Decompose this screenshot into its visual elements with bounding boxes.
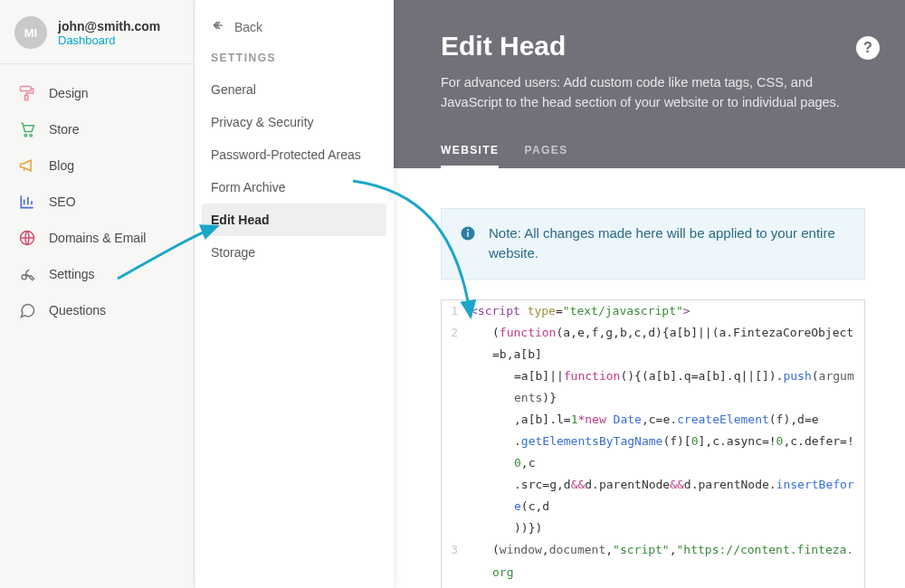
code-line-3: (window,document,"script","https://conte… xyxy=(465,539,864,588)
megaphone-icon xyxy=(18,156,36,175)
wrench-icon xyxy=(18,265,36,283)
nav-label: Store xyxy=(49,122,79,137)
settings-item-privacy[interactable]: Privacy & Security xyxy=(202,106,386,138)
nav-item-blog[interactable]: Blog xyxy=(7,147,186,184)
nav-label: Domains & Email xyxy=(49,231,146,245)
code-editor[interactable]: 1 <script type="text/javascript"> 2 (fun… xyxy=(441,299,865,588)
nav-label: SEO xyxy=(49,194,76,209)
primary-nav: Design Store Blog SEO xyxy=(0,71,194,332)
note-box: Note: All changes made here will be appl… xyxy=(441,208,865,280)
line-number: 1 xyxy=(442,300,465,322)
settings-item-general[interactable]: General xyxy=(202,73,386,106)
svg-rect-0 xyxy=(21,87,32,91)
settings-item-form-archive[interactable]: Form Archive xyxy=(202,171,386,204)
avatar: MI xyxy=(14,16,47,49)
nav-label: Design xyxy=(49,86,89,100)
primary-sidebar: MI john@smith.com Dashboard Design Store xyxy=(0,0,195,588)
line-number: 2 xyxy=(442,322,465,539)
svg-rect-7 xyxy=(467,232,469,236)
page-description: For advanced users: Add custom code like… xyxy=(441,72,858,113)
note-text: Note: All changes made here will be appl… xyxy=(489,223,846,264)
dashboard-link[interactable]: Dashboard xyxy=(58,33,160,47)
main-body: Note: All changes made here will be appl… xyxy=(394,168,905,588)
user-info: john@smith.com Dashboard xyxy=(58,19,160,47)
main-header: ? Edit Head For advanced users: Add cust… xyxy=(394,0,905,168)
code-line-1: <script type="text/javascript"> xyxy=(465,300,864,322)
settings-list: General Privacy & Security Password-Prot… xyxy=(202,73,386,269)
svg-rect-1 xyxy=(25,96,28,100)
nav-item-design[interactable]: Design xyxy=(7,75,186,111)
tab-pages[interactable]: PAGES xyxy=(524,135,567,168)
settings-sidebar: Back SETTINGS General Privacy & Security… xyxy=(195,0,394,588)
main-content: ? Edit Head For advanced users: Add cust… xyxy=(394,0,905,588)
settings-item-storage[interactable]: Storage xyxy=(202,236,386,269)
info-icon xyxy=(460,225,476,244)
nav-label: Blog xyxy=(49,158,74,173)
arrow-left-icon xyxy=(211,18,225,35)
nav-item-settings[interactable]: Settings xyxy=(7,256,186,292)
chart-icon xyxy=(18,193,36,211)
tab-website[interactable]: WEBSITE xyxy=(441,135,499,168)
line-number: 3 xyxy=(442,539,465,588)
svg-point-8 xyxy=(467,229,469,231)
back-label: Back xyxy=(234,20,262,34)
svg-point-3 xyxy=(30,134,33,137)
back-button[interactable]: Back xyxy=(202,14,386,52)
help-button[interactable]: ? xyxy=(856,36,880,60)
chat-icon xyxy=(18,301,36,319)
tabs: WEBSITE PAGES xyxy=(441,135,858,168)
divider xyxy=(0,63,194,64)
user-email: john@smith.com xyxy=(58,19,160,33)
settings-heading: SETTINGS xyxy=(202,52,386,73)
settings-item-password[interactable]: Password-Protected Areas xyxy=(202,138,386,171)
settings-item-edit-head[interactable]: Edit Head xyxy=(202,204,386,236)
code-line-2: (function(a,e,f,g,b,c,d){a[b]||(a.Fintez… xyxy=(465,322,864,539)
page-title: Edit Head xyxy=(441,31,858,62)
nav-label: Questions xyxy=(49,303,106,318)
nav-item-domains[interactable]: Domains & Email xyxy=(7,220,186,256)
globe-icon xyxy=(18,229,36,247)
nav-item-seo[interactable]: SEO xyxy=(7,184,186,220)
user-block: MI john@smith.com Dashboard xyxy=(0,0,194,63)
nav-item-store[interactable]: Store xyxy=(7,111,186,147)
cart-icon xyxy=(18,120,36,138)
nav-label: Settings xyxy=(49,267,95,281)
paint-roller-icon xyxy=(18,84,36,102)
nav-item-questions[interactable]: Questions xyxy=(7,292,186,328)
svg-point-2 xyxy=(24,134,26,137)
